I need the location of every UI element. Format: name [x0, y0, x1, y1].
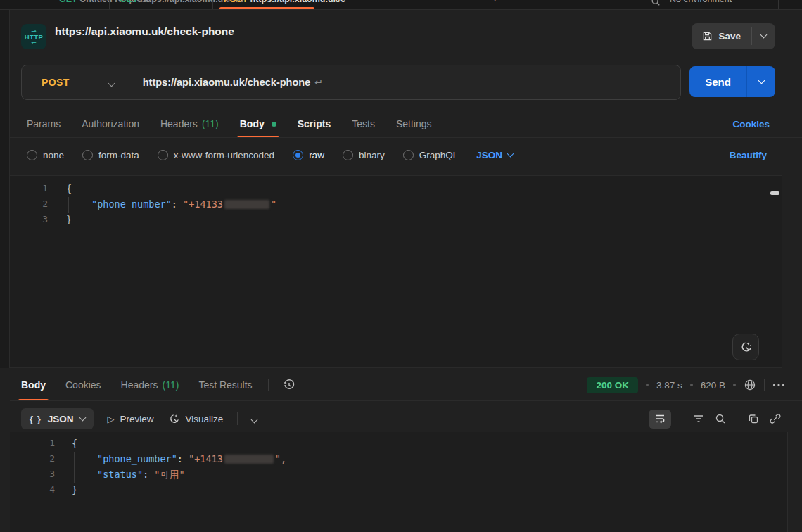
workspace-tab-bar: GET Untitled Request GET https://api.xia… [0, 0, 802, 10]
code-line: 1 { [10, 181, 782, 196]
indent-guide [74, 452, 75, 483]
scrollbar-thumb[interactable] [770, 191, 779, 195]
collapsed-sidebar[interactable] [0, 10, 10, 368]
response-toolbar: { } JSON ▷ Preview Visualize [10, 406, 802, 431]
response-tab-headers[interactable]: Headers(11) [121, 369, 179, 400]
save-options-button[interactable] [752, 23, 775, 49]
word-wrap-button[interactable] [649, 410, 671, 429]
json-value: "+1413 [189, 453, 223, 464]
tab-scripts[interactable]: Scripts [298, 110, 331, 137]
word-wrap-icon [654, 413, 666, 424]
indent-guide [68, 197, 69, 213]
http-protocol-icon: HTTP [21, 24, 46, 49]
code-token: { [66, 183, 72, 194]
radio-graphql[interactable]: GraphQL [403, 150, 459, 160]
json-key: "status" [97, 469, 143, 480]
filter-button[interactable] [693, 413, 704, 424]
history-clock-icon [283, 379, 295, 391]
response-tab-test-results[interactable]: Test Results [198, 369, 252, 400]
url-bar: POST https://api.xiaomu.uk/check-phone↵ [21, 65, 681, 100]
format-selector[interactable]: JSON [476, 150, 513, 160]
json-value: ", [275, 453, 286, 464]
link-icon [770, 413, 781, 424]
response-format-selector[interactable]: { } JSON [21, 408, 94, 429]
search-icon[interactable] [651, 0, 661, 6]
response-meta: 200 OK 3.87 s 620 B [587, 369, 785, 401]
radio-none[interactable]: none [27, 150, 64, 160]
more-options-button[interactable] [772, 383, 785, 387]
method-selector[interactable]: POST [42, 77, 70, 88]
response-format-label: JSON [48, 414, 74, 424]
search-response-button[interactable] [715, 413, 726, 424]
headers-count-badge: (11) [163, 379, 179, 391]
line-number: 4 [10, 482, 55, 498]
share-link-button[interactable] [770, 413, 781, 424]
filter-icon [693, 413, 704, 424]
response-tool-icons [649, 410, 781, 429]
code-line: 3 "status": "可用" [10, 467, 787, 482]
response-time: 3.87 s [656, 380, 682, 391]
tab-request-3-active[interactable]: POST https://api.xiaomu.uk/c [224, 0, 345, 4]
dot-separator [733, 384, 736, 386]
radio-icon [343, 150, 353, 160]
request-header: HTTP https://api.xiaomu.uk/check-phone S… [10, 10, 802, 53]
radio-icon [82, 150, 93, 160]
status-badge[interactable]: 200 OK [587, 377, 638, 393]
response-tab-body[interactable]: Body [21, 369, 46, 400]
code-line: 3 } [10, 212, 782, 227]
globe-icon [744, 379, 756, 391]
toolbar-more-chevron[interactable] [252, 412, 257, 425]
divider [127, 71, 127, 94]
tab-body[interactable]: Body [240, 110, 276, 137]
radio-icon [27, 150, 37, 160]
line-number: 2 [10, 196, 48, 212]
method-chevron[interactable] [109, 76, 114, 89]
preview-button[interactable]: ▷ Preview [108, 414, 154, 424]
chevron-down-icon [507, 150, 514, 157]
code-line: 4 } [10, 482, 787, 498]
line-number: 3 [10, 467, 55, 482]
braces-icon: { } [30, 414, 42, 424]
json-value: "可用" [154, 469, 184, 480]
postbot-button[interactable] [732, 334, 759, 360]
play-icon: ▷ [108, 414, 115, 424]
new-tab-button[interactable]: + [492, 0, 497, 4]
response-history-button[interactable] [283, 379, 295, 391]
divider [268, 379, 269, 391]
environment-selector[interactable]: No environment [670, 0, 732, 4]
cookies-link[interactable]: Cookies [732, 119, 770, 129]
code-token: { [72, 438, 77, 449]
send-options-button[interactable] [747, 66, 775, 97]
radio-form-data[interactable]: form-data [82, 150, 139, 160]
url-input[interactable]: https://api.xiaomu.uk/check-phone↵ [143, 77, 324, 88]
radio-raw[interactable]: raw [293, 150, 324, 160]
visualize-button[interactable]: Visualize [168, 413, 224, 425]
tab-settings[interactable]: Settings [396, 110, 432, 137]
radio-binary[interactable]: binary [343, 150, 385, 160]
code-token: : [143, 469, 154, 480]
tab-tests[interactable]: Tests [352, 110, 375, 137]
response-body-viewer[interactable]: 1 { 2 "phone_number": "+1413", 3 "status… [10, 432, 788, 532]
tab-headers[interactable]: Headers(11) [160, 110, 219, 137]
request-body-editor[interactable]: 1 { 2 "phone_number": "+14133" 3 } [10, 175, 782, 368]
radio-icon [403, 150, 414, 160]
copy-response-button[interactable] [748, 413, 759, 424]
network-info-button[interactable] [744, 379, 756, 391]
json-key: "phone_number" [97, 453, 177, 464]
editor-scrollbar[interactable] [768, 176, 781, 367]
code-token: : [172, 198, 183, 210]
tab-separator [109, 0, 110, 9]
radio-urlencoded[interactable]: x-www-form-urlencoded [158, 150, 274, 160]
save-button[interactable]: Save [692, 23, 751, 49]
beautify-link[interactable]: Beautify [730, 150, 767, 160]
response-tab-cookies[interactable]: Cookies [65, 369, 101, 400]
tab-params[interactable]: Params [27, 110, 61, 137]
sparkle-wand-icon [168, 413, 180, 425]
send-button[interactable]: Send [689, 66, 746, 97]
http-protocol-label: HTTP [25, 33, 43, 41]
radio-icon [158, 150, 168, 160]
enter-key-hint: ↵ [314, 77, 323, 88]
tab-authorization[interactable]: Authorization [82, 110, 139, 137]
chevron-down-icon [760, 32, 768, 39]
tab-separator [331, 0, 331, 9]
